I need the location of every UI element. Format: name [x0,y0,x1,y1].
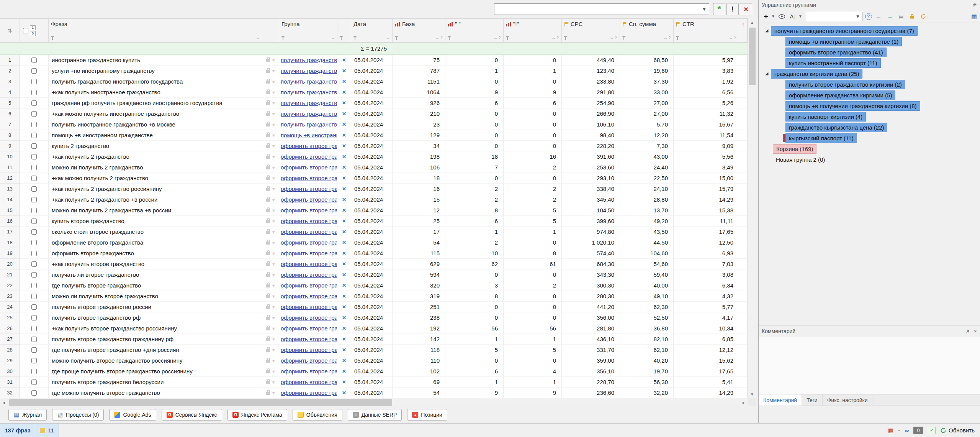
row-checkbox[interactable] [31,229,37,235]
table-row[interactable]: 16 купить второе гражданство ♥ оформить … [0,216,748,227]
phrase-cell[interactable]: +как можно получить 2 гражданство [49,173,262,184]
row-checkbox[interactable] [31,208,37,213]
group-link[interactable]: оформить второе гражданство [281,228,337,235]
group-link[interactable]: оформить второе гражданство [281,357,337,364]
filter-icon[interactable] [394,36,399,40]
group-link[interactable]: получить гражданство иностранного госуда… [281,78,337,85]
pin-column-icon[interactable]: → [386,35,390,40]
wordstat-icon[interactable]: × [342,357,346,364]
panel-icon[interactable]: ▤ [897,12,905,21]
row-checkbox[interactable] [31,315,37,320]
wordstat-icon[interactable]: × [342,67,346,74]
group-link[interactable]: оформить второе гражданство [281,239,337,246]
base-freq-column-header[interactable]: База →Σ [393,19,445,42]
group-link[interactable]: оформить второе гражданство [281,186,337,192]
group-link[interactable]: помощь +в иностранном гражданстве [281,132,337,138]
scroll-down-icon[interactable]: ▼ [748,390,756,398]
expander-icon[interactable] [765,72,769,76]
check-icon[interactable]: ✓ [928,427,936,434]
wordstat-icon[interactable]: × [342,110,346,117]
phrase-cell[interactable]: оформление второго гражданства [49,237,262,248]
phrase-cell[interactable]: +как можно получить иностранное гражданс… [49,108,262,119]
table-row[interactable]: 32 где можно получить второе гражданство… [0,388,748,398]
phrase-cell[interactable]: +как получить второе гражданство россиян… [49,323,262,334]
phrase-cell[interactable]: получить второе гражданство россии [49,302,262,312]
row-checkbox[interactable] [31,261,37,267]
wordstat-icon[interactable]: × [342,186,346,192]
group-link[interactable]: оформить второе гражданство [281,207,337,214]
warning-filter-button[interactable]: ! [726,3,739,15]
wordstat-icon[interactable]: × [342,218,346,224]
group-link[interactable]: оформить второе гражданство [281,282,337,289]
pin-icon[interactable] [972,3,977,7]
wordstat-icon[interactable]: × [342,57,346,63]
group-item[interactable]: гражданство кыргызстана цена (22) [759,122,980,133]
table-row[interactable]: 29 можно получить второе гражданство рос… [0,355,748,366]
link-icon[interactable]: ∞ [905,427,909,434]
group-link[interactable]: оформить второе гражданство [281,304,337,310]
extra-column-header[interactable]: ! [739,19,748,42]
refresh-icon[interactable] [919,12,928,21]
pin-column-icon[interactable]: → [610,35,614,40]
row-checkbox[interactable] [31,143,37,149]
wordstat-icon[interactable]: × [342,78,346,85]
group-link[interactable]: оформить второе гражданство [281,250,337,256]
phrase-cell[interactable]: получать ли второе гражданство [49,269,262,280]
wordstat-icon[interactable]: × [342,143,346,149]
phrase-cell[interactable]: оформить второе гражданство [49,248,262,259]
wordstat-icon[interactable]: × [342,153,346,160]
table-row[interactable]: 31 получить второе гражданство белорусси… [0,377,748,388]
close-icon[interactable]: × [974,328,977,334]
wordstat-icon[interactable]: × [342,228,346,235]
group-link[interactable]: получить гражданство иностранного госуда… [281,89,337,95]
wordstat-icon[interactable]: × [342,379,346,385]
group-link[interactable]: оформить второе гражданство [281,175,337,181]
table-row[interactable]: 9 купить 2 гражданство ♥ оформить второе… [0,141,748,151]
panel-tab[interactable]: Фикс. настройки [823,394,873,406]
row-checkbox[interactable] [31,165,37,170]
group-link[interactable]: оформить второе гражданство [281,347,337,353]
phrase-cell[interactable]: можно получить второе гражданство россия… [49,355,262,366]
lock-icon[interactable] [908,12,916,21]
table-row[interactable]: 5 гражданин рф получить гражданство инос… [0,98,748,108]
phrase-cell[interactable]: гражданин рф получить гражданство иностр… [49,98,262,108]
table-row[interactable]: 19 оформить второе гражданство ♥ оформит… [0,248,748,259]
row-checkbox[interactable] [31,133,37,138]
phrase-cell[interactable]: можно ли получить 2 гражданства +в росси… [49,205,262,216]
wordstat-icon[interactable]: × [342,175,346,181]
table-row[interactable]: 18 оформление второго гражданства ♥ офор… [0,237,748,248]
table-row[interactable]: 1 иностранное гражданство купить ♥ получ… [0,55,748,66]
wordstat-icon[interactable]: × [342,325,346,332]
group-item[interactable]: получить гражданство иностранного госуда… [759,25,980,36]
exact-freq-column-header[interactable]: "!" →Σ [504,19,562,42]
phrase-cell[interactable]: иностранное гражданство купить [49,55,262,66]
pin-icon[interactable] [966,329,970,334]
wordstat-icon[interactable]: × [342,164,346,171]
filter-icon[interactable] [564,36,568,40]
row-checkbox[interactable] [31,369,37,374]
wordstat-icon[interactable]: × [342,239,346,246]
phrase-cell[interactable]: получить второе гражданство белоруссии [49,377,262,388]
quote-freq-column-header[interactable]: " " →Σ [445,19,504,42]
group-link[interactable]: оформить второе гражданство [281,153,337,160]
row-checkbox[interactable] [31,90,37,95]
wordstat-icon[interactable]: × [342,271,346,278]
phrase-cell[interactable]: получить второе гражданство рф [49,312,262,323]
table-row[interactable]: 8 помощь +в иностранном гражданстве ♥ по… [0,130,748,141]
sum-icon[interactable]: Σ [440,35,443,40]
select-all-checkbox[interactable] [23,28,28,33]
group-link[interactable]: оформить второе гражданство [281,218,337,224]
table-row[interactable]: 13 +как получить 2 гражданство россиянин… [0,184,748,194]
filter-icon[interactable] [281,36,285,40]
pin-column-icon[interactable]: → [331,35,335,40]
row-checkbox[interactable] [31,337,37,342]
sp-sum-column-header[interactable]: Сп. сумма →Σ [620,19,674,42]
horizontal-scrollbar[interactable]: ◄ ► [0,398,748,406]
group-column-header[interactable]: Группа → [279,19,337,42]
table-row[interactable]: 23 можно ли получить второе гражданство … [0,291,748,302]
group-item[interactable]: помощь +в иностранном гражданстве (1) [759,36,980,47]
pin-column-icon[interactable]: → [435,35,439,40]
phrase-cell[interactable]: +как получить второе гражданство [49,259,262,269]
group-item[interactable]: гражданство киргизии цена (25) [759,68,980,79]
row-checkbox[interactable] [31,111,37,117]
